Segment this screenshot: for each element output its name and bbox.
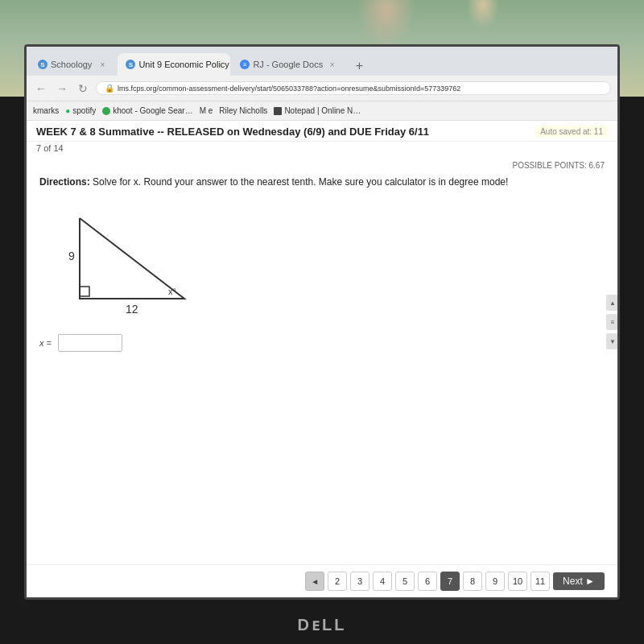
- question-area: POSSIBLE POINTS: 6.67 Directions: Solve …: [27, 155, 617, 564]
- bookmark-notepad[interactable]: Notepad | Online N…: [274, 106, 361, 115]
- spotify-icon: ●: [65, 106, 70, 115]
- address-text: lms.fcps.org/common-assessment-delivery/…: [118, 85, 460, 93]
- page-2-button[interactable]: 2: [328, 572, 347, 591]
- side-b-label: 12: [126, 303, 138, 315]
- page-6-button[interactable]: 6: [418, 572, 437, 591]
- triangle-svg: 9 12 x°: [56, 202, 217, 315]
- directions-content: Solve for x. Round your answer to the ne…: [93, 176, 508, 188]
- tab-assessment[interactable]: S Unit 9 Economic Policy DISN | S… ×: [118, 53, 230, 76]
- page-7-button[interactable]: 7: [440, 572, 460, 591]
- lock-icon: 🔒: [105, 84, 114, 93]
- bookmark-spotify-label: spotify: [72, 106, 96, 115]
- triangle-figure: 9 12 x°: [56, 202, 605, 318]
- possible-points: POSSIBLE POINTS: 6.67: [39, 161, 605, 170]
- bookmark-kahoot[interactable]: khoot - Google Sear…: [102, 106, 193, 115]
- side-btn-2[interactable]: ≡: [606, 314, 619, 330]
- notepad-icon: [274, 107, 282, 115]
- browser-window: S Schoology × S Unit 9 Economic Policy D…: [27, 47, 617, 597]
- page-4-button[interactable]: 4: [373, 572, 392, 591]
- answer-area: x =: [39, 334, 605, 352]
- bookmark-kahoot-label: khoot - Google Sear…: [113, 106, 193, 115]
- page-9-button[interactable]: 9: [485, 572, 505, 591]
- tab-schoology-close[interactable]: ×: [97, 59, 108, 70]
- auto-saved-badge: Auto saved at: 11: [535, 126, 608, 138]
- question-number: 7 of 14: [27, 142, 617, 155]
- directions-text: Directions: Solve for x. Round your answ…: [39, 175, 605, 189]
- page-title: WEEK 7 & 8 Summative -- RELEASED on Wedn…: [36, 126, 429, 138]
- bookmark-kmarks-label: kmarks: [33, 106, 59, 115]
- tab-bar: S Schoology × S Unit 9 Economic Policy D…: [27, 47, 617, 76]
- back-button[interactable]: ←: [33, 80, 49, 97]
- dell-logo: DᴇLL: [298, 615, 347, 634]
- right-side-buttons: ▲ ≡ ▼: [606, 295, 619, 349]
- page-3-button[interactable]: 3: [350, 572, 369, 591]
- schoology-favicon: S: [38, 60, 47, 69]
- address-bar-row: ← → ↻ 🔒 lms.fcps.org/common-assessment-d…: [27, 76, 617, 101]
- bookmark-notepad-label: Notepad | Online N…: [284, 106, 361, 115]
- page-content: WEEK 7 & 8 Summative -- RELEASED on Wedn…: [27, 121, 617, 597]
- prev-page-button[interactable]: ◄: [305, 572, 324, 591]
- directions-label: Directions:: [39, 176, 90, 188]
- side-btn-1[interactable]: ▲: [606, 295, 619, 311]
- new-tab-button[interactable]: +: [349, 56, 369, 76]
- next-button[interactable]: Next ►: [553, 572, 605, 590]
- page-8-button[interactable]: 8: [463, 572, 482, 591]
- pagination-bar: ◄ 2 3 4 5 6 7 8 9 10 11 Next ►: [27, 564, 617, 597]
- page-header: WEEK 7 & 8 Summative -- RELEASED on Wedn…: [27, 121, 617, 142]
- answer-input[interactable]: [58, 334, 122, 352]
- angle-label: x°: [168, 287, 176, 296]
- page-10-button[interactable]: 10: [508, 572, 527, 591]
- side-btn-3[interactable]: ▼: [606, 333, 619, 349]
- bookmark-kmarks[interactable]: kmarks: [33, 106, 59, 115]
- forward-button[interactable]: →: [54, 80, 70, 97]
- bookmark-me[interactable]: M e: [200, 106, 213, 115]
- docs-favicon: ≡: [240, 60, 250, 69]
- tab-docs-label: RJ - Google Docs: [253, 60, 323, 69]
- page-11-button[interactable]: 11: [530, 572, 550, 591]
- bookmark-me-label: M e: [200, 106, 213, 115]
- side-a-label: 9: [68, 250, 75, 262]
- tab-schoology[interactable]: S Schoology ×: [30, 53, 116, 76]
- address-box[interactable]: 🔒 lms.fcps.org/common-assessment-deliver…: [96, 81, 611, 95]
- kahoot-icon: [102, 107, 110, 115]
- bookmarks-bar: kmarks ● spotify khoot - Google Sear… M …: [27, 101, 617, 121]
- answer-label: x =: [39, 338, 52, 348]
- page-5-button[interactable]: 5: [395, 572, 415, 591]
- bookmark-riley[interactable]: Riley Nicholls: [219, 106, 267, 115]
- tab-docs[interactable]: ≡ RJ - Google Docs ×: [232, 53, 345, 76]
- right-angle-mark: [80, 287, 89, 296]
- reload-button[interactable]: ↻: [75, 80, 91, 97]
- bookmark-riley-label: Riley Nicholls: [219, 106, 267, 115]
- monitor: S Schoology × S Unit 9 Economic Policy D…: [24, 44, 620, 600]
- bookmark-spotify[interactable]: ● spotify: [65, 106, 96, 115]
- tab-assessment-label: Unit 9 Economic Policy DISN | S…: [138, 60, 230, 69]
- assessment-favicon: S: [126, 60, 135, 69]
- tab-docs-close[interactable]: ×: [328, 59, 336, 70]
- tab-schoology-label: Schoology: [51, 60, 92, 69]
